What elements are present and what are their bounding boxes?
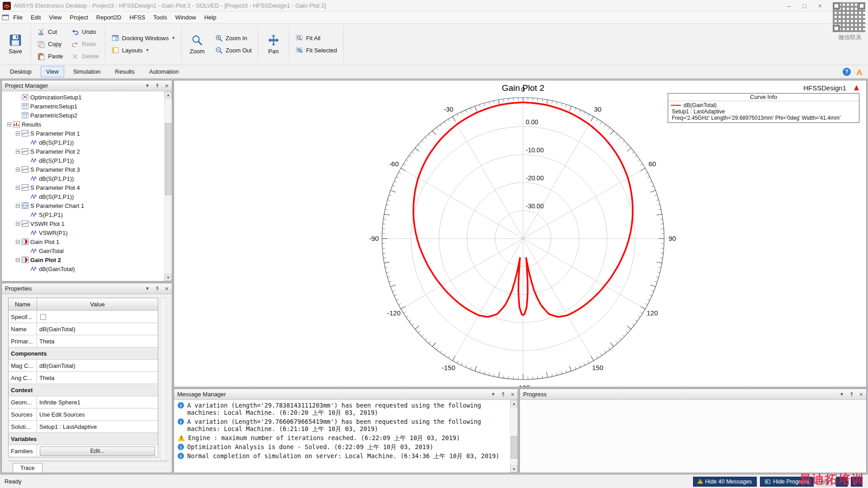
tree-item[interactable]: S Parameter Plot 1 [2, 129, 164, 138]
report-view[interactable]: 0306090120150-180-150-120-90-60-300.00-1… [174, 80, 867, 387]
tab-desktop[interactable]: Desktop [5, 66, 37, 77]
scroll-up-icon[interactable]: ▲ [510, 400, 518, 407]
tree-item[interactable]: dB(S(P1,P1)) [2, 138, 164, 147]
chevron-down-icon[interactable]: ▼ [145, 83, 150, 88]
docking-windows-button[interactable]: Docking Windows▼ [108, 32, 179, 44]
minimize-button[interactable]: – [788, 2, 791, 9]
curve-info-legend[interactable]: Curve Info dB(GainTotal) Setup1 : LastAd… [668, 93, 859, 123]
tree-item[interactable]: dB(S(P1,P1)) [2, 174, 164, 183]
message-row[interactable]: iA variation (Length='29.7660679665419mm… [178, 418, 505, 432]
message-manager-header[interactable]: Message Manager ▼ × [174, 389, 518, 400]
tree-item[interactable]: Gain Plot 2 [2, 255, 164, 264]
property-value[interactable]: Theta [37, 335, 158, 347]
menu-project[interactable]: Project [66, 12, 92, 23]
tab-view[interactable]: View [41, 66, 64, 77]
tree-item[interactable]: VSWR(P1) [2, 228, 164, 237]
menu-hfss[interactable]: HFSS [125, 12, 149, 23]
zoom-out-button[interactable]: Zoom Out [212, 44, 255, 56]
tree-item[interactable]: ParametricSetup2 [2, 111, 164, 120]
properties-scrollbar[interactable] [160, 298, 166, 461]
menu-view[interactable]: View [45, 12, 66, 23]
tree-item[interactable]: OptimizationSetup1 [2, 93, 164, 102]
menu-report2d[interactable]: Report2D [92, 12, 126, 23]
chevron-down-icon[interactable]: ▼ [491, 392, 495, 397]
menu-window[interactable]: Window [171, 12, 200, 23]
tree-expander-icon[interactable] [16, 222, 20, 226]
scroll-down-icon[interactable]: ▼ [165, 274, 172, 281]
pin-icon[interactable] [155, 286, 160, 291]
scrollbar-thumb[interactable] [165, 123, 171, 195]
scroll-up-icon[interactable]: ▲ [165, 91, 172, 99]
chevron-down-icon[interactable]: ▼ [840, 392, 844, 397]
property-value[interactable]: dB(GainTotal) [37, 323, 158, 335]
layouts-button[interactable]: Layouts▼ [108, 44, 179, 56]
pin-icon[interactable] [155, 83, 160, 89]
zoom-in-button[interactable]: Zoom In [212, 32, 255, 44]
fit-selected-button[interactable]: Fit Selected [292, 44, 340, 56]
properties-header[interactable]: Properties ▼ × [2, 283, 172, 294]
hide-messages-button[interactable]: Hide 40 Messages [693, 477, 757, 487]
property-value[interactable]: Infinite Sphere1 [37, 396, 158, 408]
tree-item[interactable]: GainTotal [2, 246, 164, 255]
project-tree-scrollbar[interactable]: ▲ ▼ [164, 91, 172, 281]
specify-checkbox[interactable] [40, 314, 46, 320]
window-menu-icon[interactable] [2, 14, 9, 21]
close-icon[interactable]: × [511, 391, 514, 398]
tree-item[interactable]: S Parameter Plot 2 [2, 147, 164, 156]
edit-families-button[interactable]: Edit... [40, 446, 155, 456]
progress-header[interactable]: Progress ▼ × [520, 389, 866, 400]
tree-expander-icon[interactable] [16, 186, 20, 190]
tree-item[interactable]: Results [2, 120, 164, 129]
menu-edit[interactable]: Edit [27, 12, 45, 23]
tree-expander-icon[interactable] [16, 258, 20, 262]
save-button[interactable]: Save [2, 25, 29, 63]
chevron-down-icon[interactable]: ▼ [145, 286, 150, 291]
menu-help[interactable]: Help [200, 12, 221, 23]
delete-button[interactable]: Delete [68, 51, 102, 62]
close-icon[interactable]: × [859, 391, 863, 398]
tree-item[interactable]: S Parameter Plot 3 [2, 165, 164, 174]
undo-button[interactable]: Undo [68, 26, 102, 38]
tab-simulation[interactable]: Simulation [68, 66, 106, 77]
help-icon[interactable]: ? [843, 68, 851, 76]
tree-expander-icon[interactable] [16, 131, 20, 136]
fit-all-button[interactable]: Fit All [292, 32, 340, 44]
scroll-down-icon[interactable]: ▼ [510, 465, 518, 473]
tree-item[interactable]: dB(GainTotal) [2, 264, 164, 273]
tree-item[interactable]: S Parameter Chart 1 [2, 201, 164, 210]
message-scrollbar[interactable]: ▲ ▼ [510, 400, 518, 473]
property-value[interactable]: Theta [37, 372, 158, 384]
cut-button[interactable]: Cut [34, 26, 66, 38]
tree-item[interactable]: dB(S(P1,P1)) [2, 156, 164, 165]
tree-item[interactable]: VSWR Plot 1 [2, 219, 164, 228]
close-icon[interactable]: × [165, 286, 169, 292]
close-button[interactable]: × [818, 2, 822, 9]
property-value[interactable]: Setup1 : LastAdaptive [37, 421, 158, 432]
tree-item[interactable]: S Parameter Plot 4 [2, 183, 164, 192]
tree-expander-icon[interactable] [16, 150, 20, 154]
message-row[interactable]: iA variation (Length='29.7838143111203mm… [178, 402, 505, 416]
tab-automation[interactable]: Automation [144, 66, 184, 77]
scrollbar-thumb[interactable] [511, 436, 517, 459]
tree-item[interactable]: ParametricSetup1 [2, 102, 164, 111]
pan-button[interactable]: Pan [260, 25, 287, 63]
pin-icon[interactable] [849, 392, 854, 397]
tree-item[interactable]: Gain Plot 1 [2, 237, 164, 246]
paste-button[interactable]: Paste [34, 51, 66, 62]
tree-expander-icon[interactable] [16, 204, 20, 208]
property-value[interactable]: dB(GainTotal) [37, 360, 158, 371]
copy-button[interactable]: Copy [34, 38, 66, 50]
tab-trace[interactable]: Trace [13, 463, 42, 473]
message-row[interactable]: iOptimization Analysis is done - Solved.… [178, 443, 505, 450]
zoom-button[interactable]: Zoom [184, 25, 211, 63]
tab-results[interactable]: Results [109, 66, 140, 77]
property-value[interactable]: Use Edit Sources [37, 408, 158, 420]
message-row[interactable]: iNormal completion of simulation on serv… [178, 452, 505, 460]
tree-item[interactable]: S(P1,P1) [2, 210, 164, 219]
close-icon[interactable]: × [165, 83, 169, 89]
pin-icon[interactable] [500, 392, 506, 397]
tree-expander-icon[interactable] [7, 122, 11, 127]
menu-file[interactable]: File [9, 12, 27, 23]
tree-expander-icon[interactable] [16, 168, 20, 172]
message-row[interactable]: Engine : maximum number of iterations re… [178, 434, 505, 441]
